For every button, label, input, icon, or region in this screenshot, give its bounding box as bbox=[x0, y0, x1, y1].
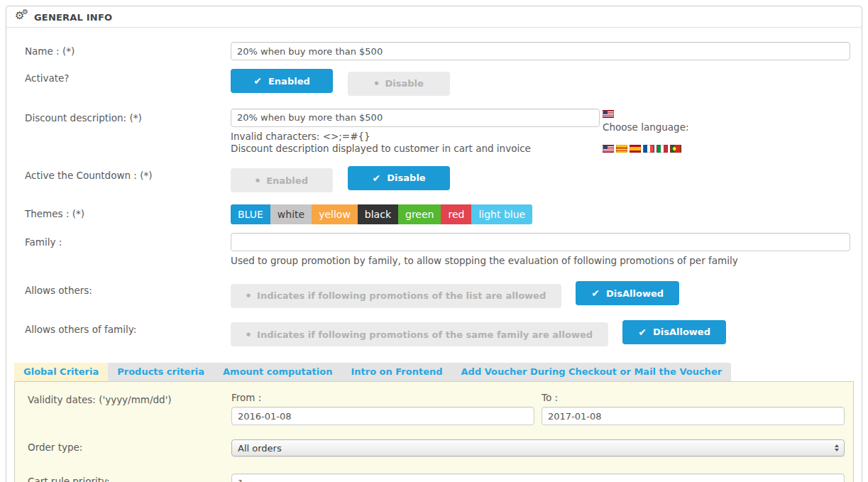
family-row: Family : Used to group promotion by fami… bbox=[25, 233, 850, 267]
flag-italy-icon[interactable] bbox=[657, 145, 668, 153]
name-row: Name : (*) bbox=[25, 42, 850, 60]
name-label: Name : (*) bbox=[25, 42, 231, 57]
tab-intro-on-frontend[interactable]: Intro on Frontend bbox=[341, 363, 451, 381]
discount-description-help: Discount description displayed to custom… bbox=[231, 143, 600, 155]
panel-title: GENERAL INFO bbox=[34, 12, 112, 23]
order-type-label: Order type: bbox=[28, 439, 231, 453]
order-type-row: Order type: All orders bbox=[28, 439, 845, 456]
cart-rule-priority-input[interactable] bbox=[231, 473, 845, 482]
tab-amount-computation[interactable]: Amount computation bbox=[214, 363, 341, 381]
cart-rule-priority-label: Cart rule priority: bbox=[28, 473, 231, 482]
activate-row: Activate? ✔ Enabled ● Disable bbox=[25, 69, 850, 96]
check-icon: ✔ bbox=[253, 76, 262, 86]
theme-red-button[interactable]: red bbox=[441, 204, 471, 224]
discount-description-input[interactable] bbox=[231, 109, 600, 127]
countdown-row: Active the Countdown : (*) ● Enabled ✔ D… bbox=[25, 166, 850, 193]
tab-products-criteria[interactable]: Products criteria bbox=[108, 363, 214, 381]
countdown-label: Active the Countdown : (*) bbox=[25, 166, 231, 181]
bullet-icon: ● bbox=[246, 332, 251, 337]
themes-label: Themes : (*) bbox=[25, 204, 231, 219]
global-criteria-panel: Validity dates: ('yyyy/mm/dd') From : To… bbox=[14, 381, 854, 482]
theme-white-button[interactable]: white bbox=[270, 204, 312, 224]
select-stepper-icon bbox=[835, 444, 839, 451]
discount-description-row: Discount description: (*) Invalid charac… bbox=[25, 109, 850, 155]
theme-blue-button[interactable]: BLUE bbox=[231, 204, 270, 224]
criteria-tabs: Global CriteriaProducts criteriaAmount c… bbox=[14, 363, 731, 381]
check-icon: ✔ bbox=[591, 288, 600, 298]
allows-others-label: Allows others: bbox=[25, 281, 231, 296]
flag-catalonia-icon[interactable] bbox=[616, 145, 627, 153]
themes-group: BLUEwhiteyellowblackgreenredlight blue bbox=[231, 204, 532, 224]
family-help: Used to group promotion by family, to al… bbox=[231, 255, 850, 267]
family-label: Family : bbox=[25, 233, 231, 248]
validity-dates-row: Validity dates: ('yyyy/mm/dd') From : To… bbox=[28, 392, 845, 425]
general-info-panel: ⚙⚙ GENERAL INFO Name : (*) Activate? ✔ E… bbox=[6, 6, 862, 482]
allows-family-allowed-button[interactable]: ● Indicates if following promotions of t… bbox=[231, 322, 608, 346]
check-icon: ✔ bbox=[373, 173, 381, 183]
allows-family-label: Allows others of family: bbox=[25, 320, 231, 335]
allows-others-disallowed-button[interactable]: ✔ DisAllowed bbox=[576, 281, 679, 305]
theme-yellow-button[interactable]: yellow bbox=[312, 204, 358, 224]
allows-family-row: Allows others of family: ● Indicates if … bbox=[25, 320, 850, 347]
validity-dates-label: Validity dates: ('yyyy/mm/dd') bbox=[28, 392, 231, 405]
flag-portugal-icon[interactable] bbox=[670, 145, 681, 153]
to-label: To : bbox=[542, 392, 845, 403]
allows-others-row: Allows others: ● Indicates if following … bbox=[25, 281, 850, 308]
language-flag-list bbox=[603, 145, 689, 153]
flag-spain-icon[interactable] bbox=[630, 145, 641, 153]
bullet-icon: ● bbox=[246, 293, 251, 298]
gears-icon: ⚙⚙ bbox=[15, 11, 29, 23]
flag-us-icon[interactable] bbox=[603, 145, 614, 153]
cart-rule-priority-row: Cart rule priority: Specify the priority… bbox=[28, 473, 845, 482]
activate-disable-button[interactable]: ● Disable bbox=[348, 72, 450, 96]
bullet-icon: ● bbox=[256, 178, 260, 183]
family-input[interactable] bbox=[231, 233, 850, 251]
flag-france-icon[interactable] bbox=[643, 145, 654, 153]
invalid-characters-help: Invalid characters: <>;=#{} bbox=[231, 131, 600, 143]
allows-family-disallowed-button[interactable]: ✔ DisAllowed bbox=[622, 320, 726, 344]
countdown-disable-button[interactable]: ✔ Disable bbox=[348, 166, 450, 190]
valid-from-input[interactable] bbox=[231, 407, 534, 425]
theme-light-blue-button[interactable]: light blue bbox=[471, 204, 532, 224]
language-chooser: Choose language: bbox=[603, 109, 689, 155]
allows-others-allowed-button[interactable]: ● Indicates if following promotions of t… bbox=[231, 284, 561, 308]
themes-row: Themes : (*) BLUEwhiteyellowblackgreenre… bbox=[25, 204, 850, 224]
theme-green-button[interactable]: green bbox=[398, 204, 441, 224]
countdown-enabled-button[interactable]: ● Enabled bbox=[231, 168, 333, 192]
valid-to-input[interactable] bbox=[542, 407, 845, 425]
choose-language-label: Choose language: bbox=[603, 121, 689, 133]
from-label: From : bbox=[231, 392, 534, 403]
tab-global-criteria[interactable]: Global Criteria bbox=[14, 363, 108, 381]
activate-label: Activate? bbox=[25, 69, 231, 84]
name-input[interactable] bbox=[231, 42, 850, 60]
discount-description-label: Discount description: (*) bbox=[25, 109, 231, 124]
order-type-select[interactable]: All orders bbox=[231, 439, 845, 456]
current-language-flag-icon bbox=[603, 110, 614, 118]
theme-black-button[interactable]: black bbox=[358, 204, 398, 224]
bullet-icon: ● bbox=[374, 81, 378, 86]
activate-enabled-button[interactable]: ✔ Enabled bbox=[231, 69, 333, 93]
tab-add-voucher-during-checkout-or-mail-the-voucher[interactable]: Add Voucher During Checkout or Mail the … bbox=[452, 363, 732, 381]
panel-header: ⚙⚙ GENERAL INFO bbox=[6, 6, 862, 28]
check-icon: ✔ bbox=[638, 327, 647, 337]
